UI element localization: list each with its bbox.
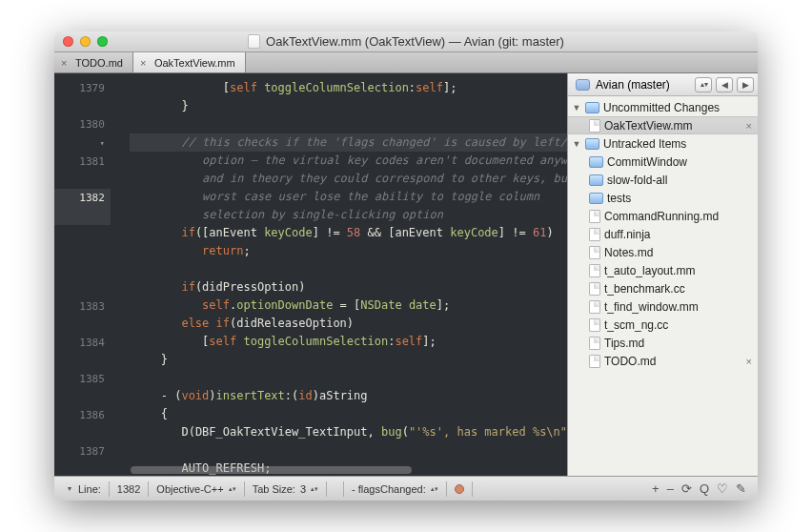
- edit-icon[interactable]: ✎: [736, 481, 746, 496]
- code-line[interactable]: if([anEvent keyCode] != 58 && [anEvent k…: [130, 224, 567, 242]
- code-line[interactable]: self.optionDownDate = [NSDate date];: [130, 297, 567, 315]
- line-number: 1382: [110, 481, 149, 497]
- refresh-icon[interactable]: ⟳: [681, 481, 692, 496]
- code-line[interactable]: [self toggleColumnSelection:self];: [130, 79, 567, 97]
- folder-icon: [589, 193, 603, 204]
- folder-icon: [589, 174, 603, 186]
- code-line[interactable]: [130, 441, 567, 460]
- code-line[interactable]: and in theory they could correspond to o…: [130, 170, 567, 188]
- nav-forward-button[interactable]: ▶: [737, 77, 754, 92]
- code-line[interactable]: option — the virtual key codes aren't do…: [130, 152, 567, 170]
- minimize-icon[interactable]: [80, 36, 91, 47]
- favorite-icon[interactable]: ♡: [717, 481, 728, 496]
- tree-item[interactable]: Tips.md: [568, 334, 758, 352]
- code-line[interactable]: worst case user lose the ability to togg…: [130, 188, 567, 206]
- disclosure-icon[interactable]: ▼: [572, 103, 581, 113]
- code-line[interactable]: selection by single-clicking option: [130, 206, 567, 224]
- tree-item[interactable]: slow-fold-all: [568, 171, 758, 189]
- tree-item[interactable]: CommitWindow: [568, 153, 758, 171]
- scrollbar-thumb[interactable]: [131, 466, 412, 474]
- code-line[interactable]: D(DBF_OakTextView_TextInput, bug("'%s', …: [130, 423, 567, 441]
- tree-item[interactable]: Notes.md: [568, 243, 758, 261]
- zoom-icon[interactable]: [97, 36, 108, 47]
- editor-window: OakTextView.mm (OakTextView) — Avian (gi…: [54, 31, 758, 501]
- file-icon: [589, 355, 600, 368]
- file-icon: [589, 282, 600, 296]
- code-line[interactable]: [130, 369, 567, 387]
- code-editor[interactable]: 1379 1380 ▾1381 1382 1383 1384 1385 1386…: [54, 73, 567, 476]
- code-line[interactable]: }: [130, 97, 567, 115]
- history-stepper[interactable]: ▴▾: [695, 77, 712, 92]
- code-line[interactable]: - (void)insertText:(id)aString: [130, 387, 567, 405]
- file-icon: [589, 337, 600, 350]
- code-line[interactable]: [130, 115, 567, 133]
- folder-icon: [585, 102, 599, 113]
- file-icon: [589, 246, 600, 259]
- add-icon[interactable]: +: [652, 481, 660, 496]
- project-name[interactable]: Avian (master): [596, 78, 670, 92]
- folder-icon: [585, 138, 599, 150]
- gutter: 1379 1380 ▾1381 1382 1383 1384 1385 1386…: [54, 73, 130, 476]
- tree-group[interactable]: ▼Untracked Items: [568, 134, 758, 153]
- folder-icon: [589, 156, 603, 168]
- symbol-selector[interactable]: - flagsChanged: ▴▾: [344, 481, 447, 497]
- line-indicator[interactable]: ▾ Line:: [60, 481, 110, 497]
- file-icon: [589, 119, 600, 133]
- tree-item[interactable]: CommandRunning.md: [568, 207, 758, 225]
- file-browser-header: Avian (master) ▴▾ ◀ ▶: [568, 73, 758, 96]
- close-icon[interactable]: ×: [746, 356, 752, 367]
- file-tree[interactable]: ▼Uncommitted ChangesOakTextView.mm×▼Untr…: [568, 96, 758, 476]
- code-line[interactable]: else if(didReleaseOption): [130, 315, 567, 333]
- document-icon: [248, 34, 260, 49]
- blank-cell: [327, 481, 344, 497]
- disclosure-icon[interactable]: ▼: [572, 139, 581, 149]
- file-icon: [589, 318, 600, 332]
- file-icon: [589, 264, 600, 277]
- code-line[interactable]: [130, 260, 567, 278]
- close-icon[interactable]: [63, 36, 73, 47]
- file-browser: Avian (master) ▴▾ ◀ ▶ ▼Uncommitted Chang…: [567, 73, 758, 476]
- tree-item[interactable]: TODO.md×: [568, 352, 758, 370]
- horizontal-scrollbar[interactable]: [131, 466, 563, 474]
- close-icon[interactable]: ×: [746, 120, 752, 132]
- file-icon: [589, 300, 600, 314]
- search-icon[interactable]: Q: [700, 481, 709, 496]
- code-area[interactable]: [self toggleColumnSelection:self]; } // …: [130, 73, 567, 476]
- code-line[interactable]: }: [130, 351, 567, 369]
- titlebar: OakTextView.mm (OakTextView) — Avian (gi…: [54, 31, 758, 52]
- tree-item[interactable]: t_find_window.mm: [568, 297, 758, 316]
- tab-bar: TODO.mdOakTextView.mm: [54, 52, 758, 73]
- remove-icon[interactable]: –: [667, 481, 674, 496]
- record-macro[interactable]: [447, 481, 473, 497]
- window-title: OakTextView.mm (OakTextView) — Avian (gi…: [266, 34, 564, 49]
- file-icon: [589, 210, 600, 223]
- tree-item[interactable]: OakTextView.mm×: [568, 116, 758, 134]
- tree-item[interactable]: tests: [568, 189, 758, 207]
- tab-oaktextview-mm[interactable]: OakTextView.mm: [133, 52, 246, 72]
- nav-back-button[interactable]: ◀: [716, 77, 733, 92]
- tree-item[interactable]: t_scm_ng.cc: [568, 316, 758, 334]
- code-line[interactable]: [self toggleColumnSelection:self];: [130, 333, 567, 351]
- tree-item[interactable]: duff.ninja: [568, 225, 758, 243]
- code-line[interactable]: // this checks if the 'flags changed' is…: [130, 133, 567, 152]
- tree-item[interactable]: t_benchmark.cc: [568, 279, 758, 297]
- tab-todo-md[interactable]: TODO.md: [54, 52, 133, 72]
- code-line[interactable]: if(didPressOption): [130, 278, 567, 297]
- file-icon: [589, 228, 600, 241]
- code-line[interactable]: {: [130, 405, 567, 423]
- code-line[interactable]: return;: [130, 242, 567, 260]
- language-selector[interactable]: Objective-C++ ▴▾: [149, 481, 244, 497]
- tree-item[interactable]: t_auto_layout.mm: [568, 261, 758, 279]
- status-bar: ▾ Line: 1382 Objective-C++ ▴▾ Tab Size: …: [54, 476, 758, 501]
- tree-group[interactable]: ▼Uncommitted Changes: [568, 98, 758, 116]
- project-icon: [576, 79, 590, 91]
- tab-size-selector[interactable]: Tab Size: 3 ▴▾: [245, 481, 327, 497]
